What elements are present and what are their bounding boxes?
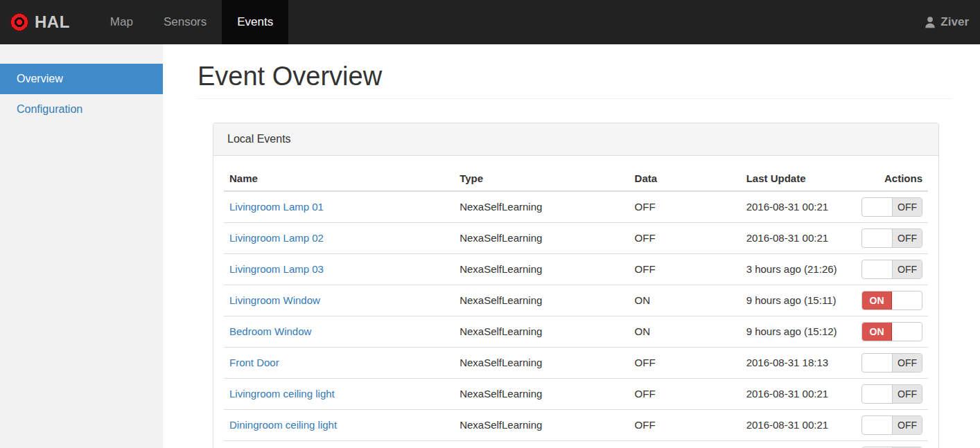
device-type: NexaSelfLearning: [454, 440, 629, 448]
device-link[interactable]: Front Door: [229, 357, 279, 368]
toggle-right-segment: [892, 323, 922, 341]
device-link[interactable]: Livingroom Lamp 03: [229, 263, 324, 275]
brand-label: HAL: [35, 12, 70, 32]
table-row: Livingroom Lamp 03NexaSelfLearningOFF3 h…: [224, 253, 928, 285]
main-content: Event Overview Local Events Name Type Da…: [163, 0, 980, 448]
device-actions-cell: OFF: [856, 409, 928, 440]
nav-item-map[interactable]: Map: [95, 0, 148, 44]
device-data: ON: [629, 285, 741, 316]
toggle-off-label: OFF: [892, 416, 922, 434]
events-table-body: Livingroom Lamp 01NexaSelfLearningOFF201…: [224, 191, 928, 448]
target-icon: [10, 12, 29, 32]
device-type: NexaSelfLearning: [454, 191, 629, 223]
user-name: Ziver: [940, 15, 969, 29]
device-data: ON: [629, 316, 741, 347]
toggle-switch[interactable]: OFF: [861, 415, 922, 435]
device-last-update: 2016-08-31 18:13: [741, 347, 856, 378]
device-last-update: 2016-08-31 00:21: [741, 191, 856, 223]
column-header-last-update: Last Update: [741, 166, 856, 191]
table-row: Front DoorNexaSelfLearningOFF2016-08-31 …: [224, 347, 928, 378]
sidebar-nav: OverviewConfiguration: [0, 64, 163, 125]
device-actions-cell: ON: [856, 316, 928, 347]
toggle-right-segment: [892, 292, 922, 310]
table-row: Diningroom ceiling lightNexaSelfLearning…: [224, 409, 928, 440]
device-data: OFF: [629, 347, 741, 378]
page-title: Event Overview: [198, 62, 952, 91]
toggle-switch[interactable]: OFF: [861, 229, 922, 248]
table-header-row: Name Type Data Last Update Actions: [224, 166, 928, 191]
toggle-left-segment: [862, 229, 892, 247]
device-last-update: 2016-08-31 00:21: [741, 440, 856, 448]
device-data: OFF: [629, 222, 741, 253]
device-link[interactable]: Livingroom Lamp 01: [229, 201, 324, 213]
column-header-type: Type: [454, 166, 629, 191]
toggle-off-label: OFF: [892, 385, 922, 403]
local-events-panel: Local Events Name Type Data Last Update …: [213, 123, 939, 448]
device-actions-cell: OFF: [856, 253, 928, 285]
person-icon: [924, 16, 936, 28]
sidebar: OverviewConfiguration: [0, 44, 163, 448]
device-data: OFF: [629, 440, 741, 448]
table-row: Livingroom WindowNexaSelfLearningON9 hou…: [224, 285, 928, 316]
table-row: Livingroom ceiling lightNexaSelfLearning…: [224, 378, 928, 409]
sidebar-item-configuration[interactable]: Configuration: [0, 94, 163, 125]
panel-wrap: Local Events Name Type Data Last Update …: [213, 123, 939, 448]
page-header: Event Overview: [198, 62, 952, 99]
panel-title: Local Events: [213, 123, 938, 156]
events-table: Name Type Data Last Update Actions Livin…: [224, 166, 928, 448]
device-link[interactable]: Bedroom Window: [229, 325, 311, 337]
device-link[interactable]: Diningroom ceiling light: [229, 419, 337, 431]
panel-body: Name Type Data Last Update Actions Livin…: [213, 156, 938, 448]
toggle-switch[interactable]: ON: [861, 322, 922, 341]
device-type: NexaSelfLearning: [454, 378, 629, 409]
device-actions-cell: OFF: [856, 378, 928, 409]
device-link[interactable]: Livingroom Window: [229, 294, 320, 306]
device-link[interactable]: Livingroom ceiling light: [229, 388, 335, 400]
sidebar-item-overview[interactable]: Overview: [0, 64, 163, 94]
device-last-update: 2016-08-31 00:21: [741, 409, 856, 440]
device-last-update: 9 hours ago (15:11): [741, 285, 856, 316]
user-menu[interactable]: Ziver: [913, 0, 980, 44]
device-data: OFF: [629, 253, 741, 285]
device-actions-cell: OFF: [856, 191, 928, 223]
toggle-on-label: ON: [862, 323, 892, 341]
top-navbar: HAL MapSensorsEvents Ziver: [0, 0, 980, 44]
device-type: NexaSelfLearning: [454, 285, 629, 316]
table-row: Livingroom Lamp 01NexaSelfLearningOFF201…: [224, 191, 928, 223]
toggle-switch[interactable]: ON: [861, 291, 922, 310]
toggle-off-label: OFF: [892, 198, 922, 216]
main-nav: MapSensorsEvents: [95, 0, 288, 44]
toggle-switch[interactable]: OFF: [861, 353, 922, 373]
column-header-actions: Actions: [856, 166, 928, 191]
toggle-left-segment: [862, 385, 892, 403]
device-type: NexaSelfLearning: [454, 409, 629, 440]
toggle-left-segment: [862, 260, 892, 278]
toggle-switch[interactable]: OFF: [861, 260, 922, 279]
column-header-name: Name: [224, 166, 454, 191]
device-actions-cell: OFF: [856, 222, 928, 253]
device-last-update: 2016-08-31 00:21: [741, 378, 856, 409]
device-last-update: 9 hours ago (15:12): [741, 316, 856, 347]
toggle-switch[interactable]: OFF: [861, 384, 922, 404]
device-type: NexaSelfLearning: [454, 316, 629, 347]
device-actions-cell: OFF: [856, 440, 928, 448]
toggle-left-segment: [862, 198, 892, 216]
nav-item-sensors[interactable]: Sensors: [148, 0, 222, 44]
device-actions-cell: OFF: [856, 347, 928, 378]
table-row: Livingroom Lamp 02NexaSelfLearningOFF201…: [224, 222, 928, 253]
column-header-data: Data: [629, 166, 741, 191]
nav-item-events[interactable]: Events: [222, 0, 288, 44]
brand[interactable]: HAL: [0, 0, 82, 44]
toggle-switch[interactable]: OFF: [861, 197, 922, 217]
table-row: Bedroom WindowNexaSelfLearningON9 hours …: [224, 316, 928, 347]
device-last-update: 2016-08-31 00:21: [741, 222, 856, 253]
device-type: NexaSelfLearning: [454, 222, 629, 253]
toggle-on-label: ON: [862, 292, 892, 310]
device-data: OFF: [629, 378, 741, 409]
toggle-off-label: OFF: [892, 260, 922, 278]
toggle-off-label: OFF: [892, 354, 922, 372]
toggle-left-segment: [862, 354, 892, 372]
table-row: Kitchen ceiling lightNexaSelfLearningOFF…: [224, 440, 928, 448]
device-data: OFF: [629, 409, 741, 440]
device-link[interactable]: Livingroom Lamp 02: [229, 232, 324, 244]
